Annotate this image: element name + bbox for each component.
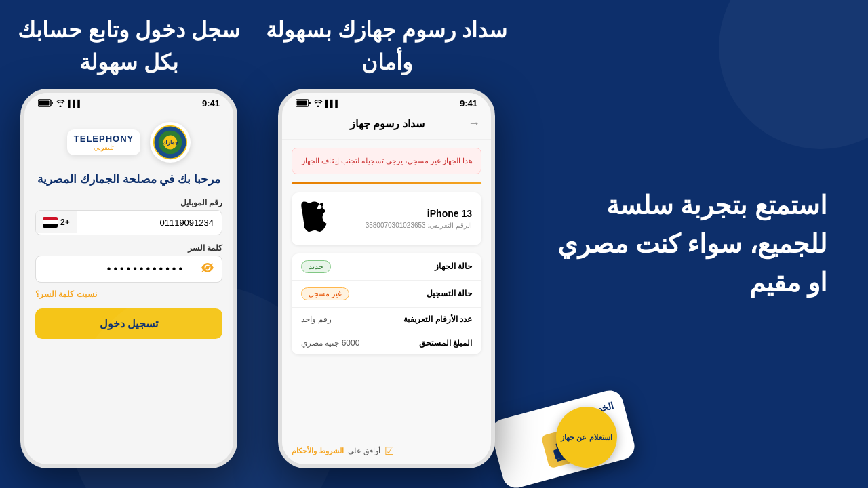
info-row-device-status: حالة الجهاز جديد — [292, 253, 481, 281]
device-id-value: 3580070301023653 — [366, 222, 426, 229]
device-status-value: جديد — [301, 260, 331, 273]
right-battery-icon — [38, 99, 53, 108]
middle-page-title: سداد رسوم جهاز — [307, 117, 468, 130]
middle-phone-header: → سداد رسوم جهاز — [282, 111, 491, 140]
password-input-row[interactable] — [35, 256, 222, 283]
right-section: سجل دخول وتابع حسابك بكل سهولة 9:41 ▌▌▌ — [0, 0, 258, 488]
device-details: iPhone 13 الرقم التعريفي: 35800703010236… — [366, 208, 472, 229]
signal-icon: ▌▌▌ — [326, 100, 340, 107]
terms-text: أوافق على — [348, 447, 380, 455]
info-row-id-count: عدد الأرقام التعريفية رقم واحد — [292, 308, 481, 331]
customs-emblem: جمارك — [153, 125, 188, 160]
middle-time: 9:41 — [460, 98, 477, 108]
device-status-label: حالة الجهاز — [435, 262, 472, 271]
eye-icon[interactable] — [193, 258, 222, 281]
mobile-input-row[interactable]: +2 — [35, 210, 222, 235]
svg-text:جمارك: جمارك — [163, 140, 178, 146]
middle-section-title: سداد رسوم جهازك بسهولة وأمان — [258, 14, 515, 79]
info-row-reg-status: حالة التسجيل غير مسجل — [292, 281, 481, 308]
telephony-text: TELEPHONY — [74, 134, 134, 144]
amount-value: 6000 جنيه مصري — [301, 338, 359, 348]
amount-label: المبلغ المستحق — [419, 338, 472, 348]
wifi-icon — [313, 99, 323, 108]
middle-phone-body: هذا الجهاز غير مسجل، يرجى تسجيله لتجنب إ… — [282, 140, 491, 438]
reg-status-value: غير مسجل — [301, 287, 349, 300]
orange-progress-line — [292, 182, 481, 184]
right-time: 9:41 — [202, 98, 220, 108]
terms-link[interactable]: الشروط والأحكام — [292, 447, 344, 455]
right-signal-icon: ▌▌▌ — [68, 100, 82, 107]
right-status-bar: 9:41 ▌▌▌ — [24, 93, 233, 111]
middle-phone-footer: ☑ أوافق على الشروط والأحكام — [282, 438, 491, 464]
login-button[interactable]: تسجيل دخول — [35, 308, 222, 339]
hero-text: استمتع بتجربة سلسة للجميع، سواء كنت مصري… — [556, 186, 827, 302]
device-id-label: الرقم التعريفي: — [427, 222, 472, 229]
middle-status-bar: 9:41 ▌▌▌ — [282, 93, 491, 111]
svg-rect-7 — [39, 100, 50, 105]
id-count-value: رقم واحد — [301, 314, 332, 324]
middle-phone-mockup: 9:41 ▌▌▌ → سداد رسوم جهاز — [278, 89, 495, 468]
customs-logo: جمارك — [150, 122, 191, 163]
device-info-card: iPhone 13 الرقم التعريفي: 35800703010236… — [292, 192, 481, 245]
info-rows: حالة الجهاز جديد حالة التسجيل غير مسجل ع… — [292, 253, 481, 354]
left-panel: استمتع بتجربة سلسة للجميع، سواء كنت مصري… — [515, 0, 868, 488]
flag-black-stripe — [43, 224, 58, 228]
telephony-logo: TELEPHONY تليفوني — [67, 129, 140, 155]
svg-rect-5 — [297, 100, 307, 105]
welcome-text: مرحبا بك في مصلحة الجمارك المصرية — [35, 171, 222, 188]
checkbox-icon: ☑ — [384, 445, 394, 458]
logos-row: جمارك TELEPHONY تليفوني — [35, 122, 222, 163]
apple-icon — [301, 201, 327, 237]
password-input[interactable] — [36, 256, 193, 282]
back-arrow-icon[interactable]: → — [468, 117, 480, 131]
mobile-label: رقم الموبايل — [35, 198, 222, 207]
country-code: +2 — [60, 218, 70, 227]
mobile-input[interactable] — [77, 211, 222, 235]
id-count-label: عدد الأرقام التعريفية — [403, 314, 472, 324]
device-id: الرقم التعريفي: 3580070301023653 — [366, 222, 472, 229]
warning-box: هذا الجهاز غير مسجل، يرجى تسجيله لتجنب إ… — [292, 148, 481, 174]
right-phone-mockup: 9:41 ▌▌▌ — [20, 89, 237, 468]
right-wifi-icon — [56, 99, 65, 108]
info-row-amount: المبلغ المستحق 6000 جنيه مصري — [292, 331, 481, 354]
password-label: كلمة السر — [35, 243, 222, 253]
egypt-flag — [43, 217, 58, 228]
device-name: iPhone 13 — [366, 208, 472, 219]
telephony-arabic: تليفوني — [94, 144, 114, 151]
right-section-title: سجل دخول وتابع حسابك بكل سهولة — [0, 14, 258, 79]
reg-status-label: حالة التسجيل — [427, 289, 472, 298]
middle-section: سداد رسوم جهازك بسهولة وأمان 9:41 ▌▌▌ → — [258, 0, 515, 488]
main-container: استمتع بتجربة سلسة للجميع، سواء كنت مصري… — [0, 0, 868, 488]
warning-text: هذا الجهاز غير مسجل، يرجى تسجيله لتجنب إ… — [300, 155, 473, 167]
login-phone-body: جمارك TELEPHONY تليفوني مرحبا بك في مصلح… — [24, 111, 233, 464]
forgot-password-link[interactable]: نسيت كلمة السر؟ — [35, 289, 222, 299]
right-status-icons: ▌▌▌ — [38, 99, 82, 108]
flag-badge: +2 — [36, 211, 77, 233]
middle-status-icons: ▌▌▌ — [296, 99, 340, 108]
battery-icon — [296, 99, 311, 108]
inquiry-button[interactable]: استعلام عن جهاز — [556, 407, 617, 468]
terms-check[interactable]: ☑ أوافق على الشروط والأحكام — [292, 445, 481, 458]
